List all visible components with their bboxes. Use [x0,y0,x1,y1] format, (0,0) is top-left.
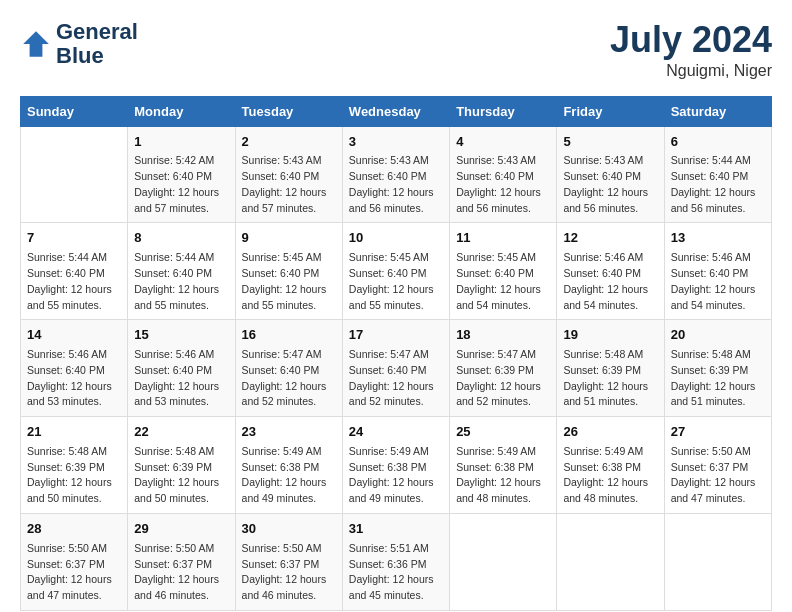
day-info: Sunrise: 5:46 AM Sunset: 6:40 PM Dayligh… [563,250,657,313]
day-info: Sunrise: 5:48 AM Sunset: 6:39 PM Dayligh… [563,347,657,410]
calendar-cell: 25Sunrise: 5:49 AM Sunset: 6:38 PM Dayli… [450,417,557,514]
calendar-cell [557,513,664,610]
day-info: Sunrise: 5:44 AM Sunset: 6:40 PM Dayligh… [27,250,121,313]
day-info: Sunrise: 5:45 AM Sunset: 6:40 PM Dayligh… [242,250,336,313]
day-info: Sunrise: 5:47 AM Sunset: 6:39 PM Dayligh… [456,347,550,410]
day-number: 27 [671,423,765,442]
calendar-cell: 9Sunrise: 5:45 AM Sunset: 6:40 PM Daylig… [235,223,342,320]
day-number: 4 [456,133,550,152]
svg-marker-0 [23,31,49,57]
day-number: 22 [134,423,228,442]
day-number: 29 [134,520,228,539]
day-info: Sunrise: 5:50 AM Sunset: 6:37 PM Dayligh… [671,444,765,507]
day-number: 31 [349,520,443,539]
column-header-monday: Monday [128,96,235,126]
calendar-table: SundayMondayTuesdayWednesdayThursdayFrid… [20,96,772,611]
logo-line2: Blue [56,43,104,68]
day-number: 30 [242,520,336,539]
day-number: 14 [27,326,121,345]
calendar-cell: 13Sunrise: 5:46 AM Sunset: 6:40 PM Dayli… [664,223,771,320]
week-row-4: 21Sunrise: 5:48 AM Sunset: 6:39 PM Dayli… [21,417,772,514]
logo-line1: General [56,19,138,44]
day-info: Sunrise: 5:43 AM Sunset: 6:40 PM Dayligh… [349,153,443,216]
day-info: Sunrise: 5:42 AM Sunset: 6:40 PM Dayligh… [134,153,228,216]
calendar-cell: 1Sunrise: 5:42 AM Sunset: 6:40 PM Daylig… [128,126,235,223]
calendar-cell: 20Sunrise: 5:48 AM Sunset: 6:39 PM Dayli… [664,320,771,417]
day-number: 9 [242,229,336,248]
calendar-cell: 24Sunrise: 5:49 AM Sunset: 6:38 PM Dayli… [342,417,449,514]
day-info: Sunrise: 5:44 AM Sunset: 6:40 PM Dayligh… [134,250,228,313]
day-info: Sunrise: 5:46 AM Sunset: 6:40 PM Dayligh… [134,347,228,410]
calendar-cell: 22Sunrise: 5:48 AM Sunset: 6:39 PM Dayli… [128,417,235,514]
day-number: 3 [349,133,443,152]
day-number: 15 [134,326,228,345]
day-number: 28 [27,520,121,539]
logo-text: General Blue [56,20,138,68]
day-number: 16 [242,326,336,345]
day-info: Sunrise: 5:50 AM Sunset: 6:37 PM Dayligh… [27,541,121,604]
calendar-cell: 12Sunrise: 5:46 AM Sunset: 6:40 PM Dayli… [557,223,664,320]
calendar-cell: 18Sunrise: 5:47 AM Sunset: 6:39 PM Dayli… [450,320,557,417]
week-row-5: 28Sunrise: 5:50 AM Sunset: 6:37 PM Dayli… [21,513,772,610]
calendar-cell: 17Sunrise: 5:47 AM Sunset: 6:40 PM Dayli… [342,320,449,417]
day-number: 25 [456,423,550,442]
day-info: Sunrise: 5:48 AM Sunset: 6:39 PM Dayligh… [27,444,121,507]
day-number: 20 [671,326,765,345]
calendar-cell: 5Sunrise: 5:43 AM Sunset: 6:40 PM Daylig… [557,126,664,223]
day-info: Sunrise: 5:50 AM Sunset: 6:37 PM Dayligh… [134,541,228,604]
calendar-cell [664,513,771,610]
week-row-3: 14Sunrise: 5:46 AM Sunset: 6:40 PM Dayli… [21,320,772,417]
day-number: 19 [563,326,657,345]
calendar-cell [21,126,128,223]
calendar-cell: 11Sunrise: 5:45 AM Sunset: 6:40 PM Dayli… [450,223,557,320]
day-info: Sunrise: 5:44 AM Sunset: 6:40 PM Dayligh… [671,153,765,216]
day-number: 11 [456,229,550,248]
day-info: Sunrise: 5:48 AM Sunset: 6:39 PM Dayligh… [134,444,228,507]
calendar-cell: 2Sunrise: 5:43 AM Sunset: 6:40 PM Daylig… [235,126,342,223]
day-number: 23 [242,423,336,442]
column-header-wednesday: Wednesday [342,96,449,126]
day-number: 12 [563,229,657,248]
calendar-cell: 26Sunrise: 5:49 AM Sunset: 6:38 PM Dayli… [557,417,664,514]
day-number: 24 [349,423,443,442]
column-header-saturday: Saturday [664,96,771,126]
day-number: 13 [671,229,765,248]
calendar-cell: 7Sunrise: 5:44 AM Sunset: 6:40 PM Daylig… [21,223,128,320]
calendar-cell: 16Sunrise: 5:47 AM Sunset: 6:40 PM Dayli… [235,320,342,417]
calendar-cell: 8Sunrise: 5:44 AM Sunset: 6:40 PM Daylig… [128,223,235,320]
day-number: 7 [27,229,121,248]
day-number: 1 [134,133,228,152]
day-info: Sunrise: 5:51 AM Sunset: 6:36 PM Dayligh… [349,541,443,604]
column-headers: SundayMondayTuesdayWednesdayThursdayFrid… [21,96,772,126]
page-header: General Blue July 2024 Nguigmi, Niger [20,20,772,80]
column-header-tuesday: Tuesday [235,96,342,126]
day-info: Sunrise: 5:49 AM Sunset: 6:38 PM Dayligh… [456,444,550,507]
day-info: Sunrise: 5:43 AM Sunset: 6:40 PM Dayligh… [242,153,336,216]
month-year: July 2024 [610,20,772,60]
day-number: 18 [456,326,550,345]
day-info: Sunrise: 5:49 AM Sunset: 6:38 PM Dayligh… [242,444,336,507]
day-number: 8 [134,229,228,248]
day-info: Sunrise: 5:50 AM Sunset: 6:37 PM Dayligh… [242,541,336,604]
day-info: Sunrise: 5:47 AM Sunset: 6:40 PM Dayligh… [349,347,443,410]
day-number: 6 [671,133,765,152]
title-block: July 2024 Nguigmi, Niger [610,20,772,80]
day-number: 10 [349,229,443,248]
day-number: 26 [563,423,657,442]
column-header-thursday: Thursday [450,96,557,126]
day-info: Sunrise: 5:45 AM Sunset: 6:40 PM Dayligh… [456,250,550,313]
calendar-cell: 3Sunrise: 5:43 AM Sunset: 6:40 PM Daylig… [342,126,449,223]
calendar-cell: 19Sunrise: 5:48 AM Sunset: 6:39 PM Dayli… [557,320,664,417]
calendar-cell [450,513,557,610]
calendar-cell: 28Sunrise: 5:50 AM Sunset: 6:37 PM Dayli… [21,513,128,610]
calendar-cell: 27Sunrise: 5:50 AM Sunset: 6:37 PM Dayli… [664,417,771,514]
logo-icon [20,28,52,60]
day-info: Sunrise: 5:45 AM Sunset: 6:40 PM Dayligh… [349,250,443,313]
calendar-cell: 30Sunrise: 5:50 AM Sunset: 6:37 PM Dayli… [235,513,342,610]
day-info: Sunrise: 5:48 AM Sunset: 6:39 PM Dayligh… [671,347,765,410]
calendar-cell: 29Sunrise: 5:50 AM Sunset: 6:37 PM Dayli… [128,513,235,610]
day-info: Sunrise: 5:43 AM Sunset: 6:40 PM Dayligh… [563,153,657,216]
day-number: 2 [242,133,336,152]
calendar-cell: 6Sunrise: 5:44 AM Sunset: 6:40 PM Daylig… [664,126,771,223]
column-header-friday: Friday [557,96,664,126]
